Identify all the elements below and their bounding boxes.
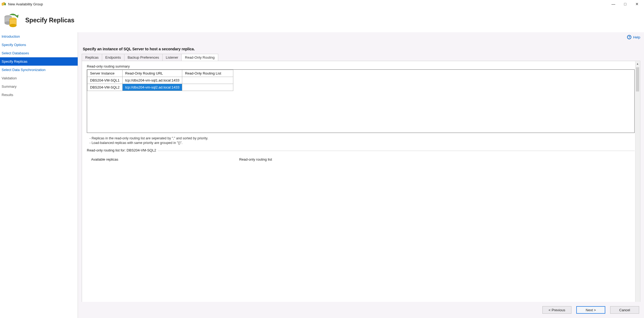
- nav-select-data-sync[interactable]: Select Data Synchronization: [0, 66, 78, 74]
- instruction-text: Specify an instance of SQL Server to hos…: [78, 40, 644, 54]
- help-icon: ?: [627, 35, 631, 39]
- cell-server[interactable]: DBS204-VM-SQL2: [87, 84, 123, 91]
- col-routing-url[interactable]: Read-Only Routing URL: [122, 70, 182, 77]
- tab-endpoints[interactable]: Endpoints: [102, 54, 124, 61]
- routing-list-group: Read-only routing list for: DBS204-VM-SQ…: [87, 151, 635, 161]
- tabstrip: Replicas Endpoints Backup Preferences Li…: [78, 54, 644, 61]
- minimize-icon[interactable]: —: [610, 2, 617, 6]
- cell-server[interactable]: DBS204-VM-SQL1: [87, 77, 123, 84]
- scrollbar[interactable]: ▲ ▼: [635, 61, 640, 317]
- table-row[interactable]: DBS204-VM-SQL1 tcp://dbs204-vm-sql1.ad.l…: [87, 77, 233, 84]
- routing-list-legend: Read-only routing list for: DBS204-VM-SQ…: [87, 148, 158, 152]
- cell-list[interactable]: [182, 77, 233, 84]
- help-link[interactable]: ? Help: [627, 35, 640, 39]
- cell-url[interactable]: tcp://dbs204-vm-sql2.ad.local:1433: [122, 84, 182, 91]
- tab-panel: Read-only routing summary Server Instanc…: [82, 61, 640, 318]
- summary-title: Read-only routing summary: [87, 64, 635, 68]
- nav-specify-options[interactable]: Specify Options: [0, 41, 78, 49]
- content-area: ? Help Specify an instance of SQL Server…: [78, 32, 644, 318]
- routing-summary-grid[interactable]: Server Instance Read-Only Routing URL Re…: [87, 69, 635, 133]
- nav-introduction[interactable]: Introduction: [0, 32, 78, 41]
- hint-line-2: - Load-balanced replicas with same prior…: [90, 141, 635, 145]
- svg-rect-2: [5, 3, 6, 5]
- window-title: New Availability Group: [8, 2, 43, 6]
- cancel-button[interactable]: Cancel: [610, 306, 639, 314]
- tab-listener[interactable]: Listener: [162, 54, 182, 61]
- help-label: Help: [633, 35, 640, 39]
- tab-backup-preferences[interactable]: Backup Preferences: [124, 54, 163, 61]
- table-row[interactable]: DBS204-VM-SQL2 tcp://dbs204-vm-sql2.ad.l…: [87, 84, 233, 91]
- tab-replicas[interactable]: Replicas: [82, 54, 102, 61]
- routing-list-label: Read-only routing list: [239, 157, 272, 161]
- svg-point-8: [10, 24, 16, 27]
- nav-specify-replicas[interactable]: Specify Replicas: [0, 57, 78, 66]
- cell-list[interactable]: [182, 84, 233, 91]
- titlebar: New Availability Group — □ ✕: [0, 0, 644, 8]
- nav-summary[interactable]: Summary: [0, 82, 78, 91]
- hint-line-1: - Replicas in the read-only routing list…: [90, 136, 635, 141]
- page-header: Specify Replicas: [0, 8, 644, 32]
- wizard-nav: Introduction Specify Options Select Data…: [0, 32, 78, 318]
- nav-validation[interactable]: Validation: [0, 74, 78, 82]
- scroll-up-icon[interactable]: ▲: [635, 61, 640, 66]
- col-routing-list[interactable]: Read-Only Routing List: [182, 70, 233, 77]
- tab-read-only-routing[interactable]: Read-Only Routing: [181, 54, 218, 61]
- next-button[interactable]: Next >: [576, 306, 605, 314]
- close-icon[interactable]: ✕: [634, 2, 640, 6]
- scroll-thumb[interactable]: [636, 67, 639, 91]
- available-replicas-label: Available replicas: [91, 157, 118, 161]
- previous-button[interactable]: < Previous: [542, 306, 571, 314]
- replica-icon: [3, 12, 19, 28]
- col-server-instance[interactable]: Server Instance: [87, 70, 123, 77]
- maximize-icon[interactable]: □: [622, 2, 628, 6]
- page-title: Specify Replicas: [25, 17, 74, 24]
- cell-url[interactable]: tcp://dbs204-vm-sql1.ad.local:1433: [122, 77, 182, 84]
- wizard-footer: < Previous Next > Cancel: [78, 302, 644, 318]
- nav-results[interactable]: Results: [0, 91, 78, 99]
- nav-select-databases[interactable]: Select Databases: [0, 49, 78, 57]
- app-icon: [2, 2, 6, 6]
- hint-text: - Replicas in the read-only routing list…: [87, 136, 635, 145]
